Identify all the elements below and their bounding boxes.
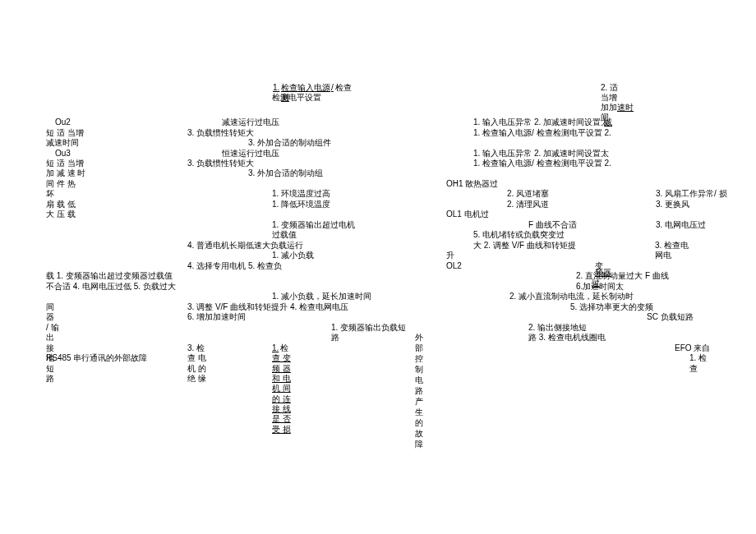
text-sc: SC 负载短路 bbox=[647, 311, 694, 322]
text-t42: 升 bbox=[446, 250, 454, 260]
text-t61: 路 bbox=[331, 332, 339, 343]
text-t67: 1. 检 bbox=[689, 352, 707, 363]
text-ol2: OL2 bbox=[446, 260, 462, 271]
text-t41: 1. 减小负载 bbox=[272, 250, 314, 260]
text-t22: 3. 外加合适的制动组 bbox=[248, 168, 323, 178]
text-t51: 2. 减小直流制动电流，延长制动时 bbox=[509, 291, 634, 302]
text-t62: 路 3. 检查电机线圈电 bbox=[528, 332, 606, 343]
text-t32: 大 压 载 bbox=[46, 209, 76, 219]
text-t35: 3. 电网电压过 bbox=[656, 219, 706, 230]
text-t10: 1. 输入电压异常 2. 加减速时间设置太 bbox=[473, 117, 609, 127]
text-t47: 2. 直流制动量过大 F 曲线 bbox=[576, 270, 669, 281]
text-t25: 1. 环境温度过高 bbox=[272, 188, 330, 199]
text-t8b: 速时 bbox=[617, 102, 634, 113]
text-t54: 5. 选择功率更大的变频 bbox=[570, 302, 653, 312]
text-t72: 查 bbox=[689, 363, 698, 374]
text-t3: / bbox=[331, 82, 334, 93]
text-t5: 检测电平设置 bbox=[272, 92, 321, 103]
text-t13: 1. 检查输入电源/ 检查检测电平设置 2. bbox=[473, 127, 611, 138]
text-t15: 3. 外加合适的制动组件 bbox=[248, 137, 331, 148]
text-t47b: 频器 bbox=[595, 267, 611, 278]
text-t43: 网电 bbox=[655, 250, 671, 260]
text-t19: 3. 负载惯性转矩大 bbox=[187, 158, 254, 168]
text-t68: 查 电 bbox=[187, 352, 206, 363]
text-ol1: OL1 电机过 bbox=[446, 209, 489, 219]
text-t14: 减速时间 bbox=[46, 137, 79, 148]
text-t55: 器 bbox=[46, 311, 54, 322]
text-t69: 查 变 bbox=[272, 352, 291, 363]
text-t12: 3. 负载惯性转矩大 bbox=[187, 127, 254, 138]
text-oh1: OH1 散热器过 bbox=[446, 178, 498, 189]
text-t9: 减速运行过电压 bbox=[222, 117, 279, 127]
text-t44: 4. 选择专用电机 5. 检查负 bbox=[187, 260, 282, 271]
text-t80: 是 否 bbox=[272, 413, 291, 424]
text-t5u: 测 bbox=[281, 92, 289, 103]
text-t30: 2. 清理风道 bbox=[507, 199, 549, 209]
text-t60: 出 bbox=[46, 332, 54, 343]
text-t29: 1. 降低环境温度 bbox=[272, 199, 330, 209]
text-t4: 检查 bbox=[335, 82, 352, 93]
text-t26: 2. 风道堵塞 bbox=[507, 188, 549, 199]
text-t10b: 减 bbox=[604, 117, 612, 127]
text-ou2: Ou2 bbox=[55, 117, 71, 127]
text-t81: 受 损 bbox=[272, 424, 291, 435]
text-t56: 6. 增加加速时间 bbox=[187, 311, 246, 322]
text-t20: 1. 检查输入电源/ 检查检测电平设置 2. bbox=[473, 158, 611, 168]
text-t76: 路 bbox=[46, 373, 54, 384]
text-t77: 机 间 bbox=[272, 383, 291, 394]
text-t48: 不合适 4. 电网电压过低 5. 负载过大 bbox=[46, 281, 176, 292]
text-t24: 坏 bbox=[46, 188, 54, 199]
text-t50: 1. 减小负载，延长加速时间 bbox=[272, 291, 371, 302]
text-t74: 绝 缘 bbox=[187, 373, 206, 384]
text-t21: 加 减 速 时 bbox=[46, 168, 85, 178]
text-rs485: RS485 串行通讯的外部故障 bbox=[46, 352, 147, 363]
text-t46: 载 1. 变频器输出超过变频器过载值 bbox=[46, 270, 173, 281]
text-t58: 1. 变频器输出负载短 bbox=[331, 322, 406, 333]
vtext-v1: 外部控制电路产生的故障 bbox=[415, 332, 423, 449]
text-t27: 3. 风扇工作异常/ 损 bbox=[656, 188, 727, 199]
text-t49c: 过 bbox=[592, 278, 600, 288]
text-t31: 3. 更换风 bbox=[656, 199, 689, 209]
text-t36: 过载值 bbox=[272, 229, 297, 240]
text-t37: 5. 电机堵转或负载突变过 bbox=[473, 229, 565, 240]
text-t39: 大 2. 调整 V/F 曲线和转矩提 bbox=[473, 240, 576, 251]
